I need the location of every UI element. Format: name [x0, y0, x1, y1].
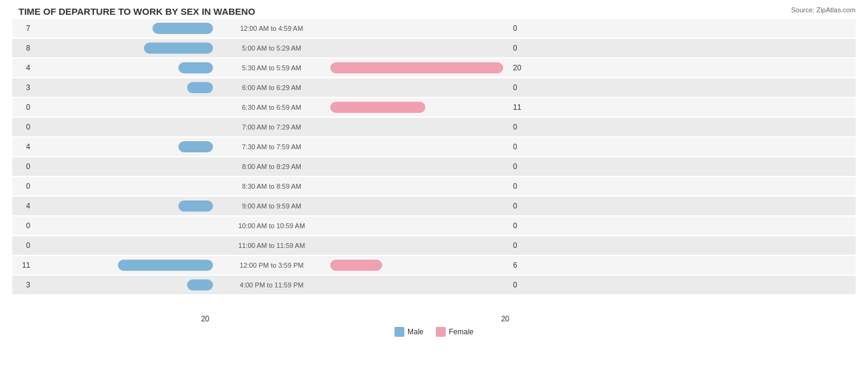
- axis-row: 20 20: [12, 315, 856, 323]
- male-value: 0: [12, 162, 34, 171]
- chart-row: 0 10:00 AM to 10:59 AM 0: [12, 216, 856, 235]
- male-bar-area: [34, 260, 213, 271]
- male-value: 0: [12, 221, 34, 230]
- chart-row: 11 12:00 PM to 3:59 PM 6: [12, 256, 856, 274]
- male-bar-area: [34, 141, 213, 152]
- source-text: Source: ZipAtlas.com: [791, 6, 856, 14]
- chart-row: 0 8:00 AM to 8:29 AM 0: [12, 157, 856, 176]
- female-value: 20: [509, 64, 534, 72]
- legend-female-box: [436, 327, 446, 337]
- female-bar-area: [330, 200, 509, 212]
- female-bar: [330, 260, 382, 271]
- male-value: 0: [12, 103, 34, 112]
- male-bar: [187, 279, 213, 291]
- female-value: 0: [509, 83, 534, 92]
- female-value: 0: [509, 162, 534, 171]
- male-bar-area: [34, 82, 213, 93]
- chart-row: 0 7:00 AM to 7:29 AM 0: [12, 118, 856, 136]
- legend-female-label: Female: [449, 328, 474, 336]
- male-value: 0: [12, 241, 34, 250]
- male-bar: [178, 141, 213, 152]
- chart-row: 7 12:00 AM to 4:59 AM 0: [12, 19, 856, 38]
- female-bar-area: [330, 220, 509, 231]
- time-label: 8:00 AM to 8:29 AM: [213, 163, 330, 170]
- time-label: 7:00 AM to 7:29 AM: [213, 123, 330, 131]
- male-bar-area: [34, 161, 213, 172]
- female-value: 11: [509, 103, 534, 112]
- chart-area: 7 12:00 AM to 4:59 AM 0 8 5:00 AM to 5:2…: [12, 19, 856, 312]
- male-bar: [178, 200, 213, 212]
- chart-row: 4 5:30 AM to 5:59 AM 20: [12, 59, 856, 77]
- female-bar-area: [330, 23, 509, 34]
- male-value: 3: [12, 83, 34, 92]
- legend-male-box: [394, 327, 404, 337]
- male-bar: [118, 260, 213, 271]
- female-bar-area: [330, 260, 509, 271]
- male-value: 4: [12, 142, 34, 151]
- female-bar-area: [330, 181, 509, 192]
- female-value: 0: [509, 24, 534, 33]
- male-bar-area: [34, 240, 213, 251]
- male-value: 7: [12, 24, 34, 33]
- chart-row: 0 8:30 AM to 8:59 AM 0: [12, 177, 856, 196]
- time-label: 11:00 AM to 11:59 AM: [213, 242, 330, 249]
- time-label: 9:00 AM to 9:59 AM: [213, 202, 330, 210]
- chart-row: 3 4:00 PM to 11:59 PM 0: [12, 276, 856, 294]
- chart-container: TIME OF DEPARTURE TO WORK BY SEX IN WABE…: [0, 0, 868, 367]
- legend-male: Male: [394, 327, 424, 337]
- male-value: 0: [12, 123, 34, 131]
- female-bar-area: [330, 279, 509, 291]
- male-bar-area: [34, 200, 213, 212]
- female-value: 6: [509, 261, 534, 270]
- chart-row: 8 5:00 AM to 5:29 AM 0: [12, 39, 856, 57]
- time-label: 12:00 AM to 4:59 AM: [213, 25, 330, 32]
- male-bar-area: [34, 43, 213, 54]
- female-bar-area: [330, 161, 509, 172]
- female-bar-area: [330, 82, 509, 93]
- female-bar-area: [330, 240, 509, 251]
- female-value: 0: [509, 142, 534, 151]
- time-label: 7:30 AM to 7:59 AM: [213, 143, 330, 151]
- male-bar-area: [34, 122, 213, 133]
- female-bar-area: [330, 102, 509, 113]
- male-bar-area: [34, 23, 213, 34]
- time-label: 5:30 AM to 5:59 AM: [213, 64, 330, 72]
- time-label: 12:00 PM to 3:59 PM: [213, 262, 330, 269]
- female-bar-area: [330, 62, 509, 73]
- female-bar-area: [330, 43, 509, 54]
- male-bar-area: [34, 62, 213, 73]
- female-bar: [330, 62, 503, 73]
- male-bar-area: [34, 220, 213, 231]
- male-value: 11: [12, 261, 34, 270]
- male-bar: [152, 23, 213, 34]
- male-value: 8: [12, 44, 34, 52]
- time-label: 10:00 AM to 10:59 AM: [213, 222, 330, 229]
- time-label: 8:30 AM to 8:59 AM: [213, 183, 330, 190]
- legend: Male Female: [12, 327, 856, 337]
- female-value: 0: [509, 221, 534, 230]
- male-value: 4: [12, 64, 34, 72]
- time-label: 5:00 AM to 5:29 AM: [213, 44, 330, 52]
- legend-male-label: Male: [407, 328, 424, 336]
- time-label: 6:00 AM to 6:29 AM: [213, 84, 330, 91]
- female-value: 0: [509, 44, 534, 52]
- male-bar-area: [34, 102, 213, 113]
- legend-female: Female: [436, 327, 474, 337]
- female-bar: [330, 102, 425, 113]
- female-value: 0: [509, 182, 534, 191]
- female-value: 0: [509, 241, 534, 250]
- chart-row: 0 6:30 AM to 6:59 AM 11: [12, 98, 856, 117]
- male-bar-area: [34, 279, 213, 291]
- male-bar: [187, 82, 213, 93]
- chart-title: TIME OF DEPARTURE TO WORK BY SEX IN WABE…: [12, 6, 856, 17]
- chart-row: 0 11:00 AM to 11:59 AM 0: [12, 236, 856, 255]
- male-bar: [178, 62, 213, 73]
- axis-right-label: 20: [330, 315, 509, 323]
- male-value: 3: [12, 281, 34, 289]
- male-bar-area: [34, 181, 213, 192]
- chart-row: 4 9:00 AM to 9:59 AM 0: [12, 197, 856, 215]
- chart-row: 4 7:30 AM to 7:59 AM 0: [12, 138, 856, 156]
- female-value: 0: [509, 123, 534, 131]
- time-label: 6:30 AM to 6:59 AM: [213, 104, 330, 111]
- female-value: 0: [509, 281, 534, 289]
